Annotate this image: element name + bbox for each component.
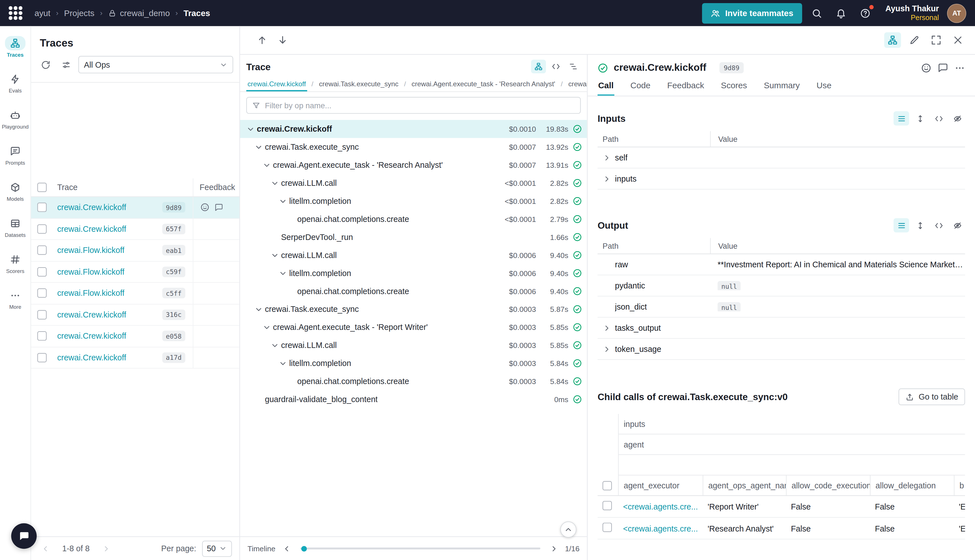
trace-link[interactable]: crewai.Crew.kickoff (57, 331, 126, 341)
trace-row[interactable]: crewai.Flow.kickoffc59f (31, 262, 239, 283)
rows-view-button[interactable] (893, 112, 909, 126)
trace-row[interactable]: crewai.Flow.kickoffeab1 (31, 240, 239, 262)
trace-tree-node[interactable]: SerperDevTool._run1.66s (240, 228, 587, 246)
timeline-next-button[interactable] (548, 542, 560, 555)
edit-call-button[interactable] (906, 32, 923, 48)
select-all-checkbox[interactable] (37, 183, 47, 192)
call-path-tab[interactable]: crewai.Agent.execute_task - 'Research An… (410, 76, 556, 92)
row-checkbox[interactable] (37, 203, 47, 212)
rows-view-button[interactable] (893, 218, 909, 233)
invite-teammates-button[interactable]: Invite teammates (702, 3, 802, 23)
trace-link[interactable]: crewai.Flow.kickoff (57, 246, 124, 255)
sidebar-item-scorers[interactable]: Scorers (0, 252, 30, 274)
go-to-table-button[interactable]: Go to table (899, 388, 965, 405)
sidebar-item-prompts[interactable]: Prompts (0, 144, 30, 166)
sidebar-item-traces[interactable]: Traces (0, 36, 30, 58)
user-menu[interactable]: Ayush Thakur Personal (885, 4, 939, 22)
row-checkbox[interactable] (37, 353, 47, 362)
call-path-tab[interactable]: crewai.LLM.call (567, 76, 587, 92)
filter-settings-button[interactable] (58, 57, 74, 73)
wandb-logo[interactable] (9, 7, 22, 20)
trace-tree-node[interactable]: crewai.Agent.execute_task - 'Report Writ… (240, 318, 587, 336)
refresh-button[interactable] (37, 57, 53, 73)
row-checkbox[interactable] (37, 224, 47, 233)
toggle-tree-view-button[interactable] (884, 32, 901, 48)
call-path-tab[interactable]: crewai.Task.execute_sync (318, 76, 399, 92)
call-path-tab[interactable]: crewai.Crew.kickoff (246, 76, 307, 92)
trace-row[interactable]: crewai.Crew.kickoffe058 (31, 326, 239, 347)
tab-feedback[interactable]: Feedback (667, 78, 705, 96)
child-call-row[interactable]: <crewai.agents.cre...'Research Analyst'F… (598, 518, 965, 539)
sidebar-item-playground[interactable]: Playground (0, 108, 30, 130)
unfold-view-button[interactable] (912, 112, 928, 126)
eye-off-view-button[interactable] (950, 112, 965, 126)
child-call-link[interactable]: <crewai.agents.cre... (623, 502, 698, 511)
row-checkbox[interactable] (603, 523, 612, 532)
trace-row[interactable]: crewai.Crew.kickoff9d89 (31, 197, 239, 218)
unfold-view-button[interactable] (912, 218, 928, 233)
chevron-right-icon[interactable] (603, 323, 611, 332)
chevron-down-icon[interactable] (270, 251, 279, 259)
tab-use[interactable]: Use (816, 78, 832, 96)
notifications-button[interactable] (832, 4, 851, 22)
trace-tree-node[interactable]: guardrail-validate_blog_content0ms (240, 390, 587, 408)
breadcrumb-item[interactable]: Projects (64, 8, 95, 18)
fullscreen-button[interactable] (928, 32, 945, 48)
child-column-header[interactable]: b (954, 475, 965, 495)
chat-widget-button[interactable] (11, 523, 37, 549)
sidebar-item-more[interactable]: More (0, 288, 30, 310)
trace-row[interactable]: crewai.Crew.kickoff657f (31, 218, 239, 240)
select-all-checkbox[interactable] (603, 481, 612, 490)
ops-filter-select[interactable]: All Ops (78, 56, 233, 73)
row-checkbox[interactable] (603, 501, 612, 510)
chevron-down-icon[interactable] (246, 125, 255, 133)
sidebar-item-models[interactable]: Models (0, 180, 30, 202)
trace-tree-node[interactable]: litellm.completion<$0.00012.82s (240, 192, 587, 210)
trace-link[interactable]: crewai.Crew.kickoff (57, 224, 126, 233)
chevron-down-icon[interactable] (254, 305, 263, 313)
trace-link[interactable]: crewai.Crew.kickoff (57, 203, 126, 212)
code-view-button[interactable] (931, 218, 947, 233)
tab-summary[interactable]: Summary (763, 78, 800, 96)
add-reaction-button[interactable] (921, 63, 931, 73)
op-filter-field[interactable] (246, 97, 581, 114)
tab-code[interactable]: Code (630, 78, 651, 96)
child-column-header[interactable]: agent_executor (618, 475, 703, 495)
trace-link[interactable]: crewai.Crew.kickoff (57, 353, 126, 362)
trace-row[interactable]: crewai.Flow.kickoffc5ff (31, 283, 239, 304)
row-checkbox[interactable] (37, 246, 47, 255)
help-button[interactable] (856, 4, 875, 22)
op-filter-input[interactable] (265, 101, 575, 110)
child-call-link[interactable]: <crewai.agents.cre... (623, 523, 698, 533)
chevron-down-icon[interactable] (262, 323, 271, 332)
timeline-prev-button[interactable] (280, 542, 293, 555)
eye-off-view-button[interactable] (950, 218, 965, 233)
chevron-right-icon[interactable] (603, 174, 611, 183)
tab-call[interactable]: Call (598, 78, 614, 96)
row-checkbox[interactable] (37, 288, 47, 298)
breadcrumb-item[interactable]: Traces (184, 8, 210, 18)
trace-link[interactable]: crewai.Flow.kickoff (57, 288, 124, 298)
trace-tree-node[interactable]: litellm.completion$0.00069.40s (240, 264, 587, 282)
chevron-down-icon[interactable] (279, 197, 287, 205)
prev-page-button[interactable] (38, 542, 52, 555)
breadcrumb-item[interactable]: crewai_demo (120, 8, 170, 18)
chevron-down-icon[interactable] (279, 359, 287, 368)
chevron-down-icon[interactable] (270, 179, 279, 188)
code-view-button[interactable] (931, 112, 947, 126)
row-checkbox[interactable] (37, 310, 47, 319)
previous-call-button[interactable] (254, 32, 270, 48)
trace-tree-node[interactable]: crewai.LLM.call$0.00035.85s (240, 336, 587, 354)
chevron-down-icon[interactable] (279, 269, 287, 277)
trace-tree-node[interactable]: openai.chat.completions.create$0.00069.4… (240, 282, 587, 300)
child-call-row[interactable]: <crewai.agents.cre...'Report Writer'Fals… (598, 496, 965, 518)
chevron-right-icon[interactable] (603, 345, 611, 353)
trace-tree-node[interactable]: crewai.Task.execute_sync$0.000713.92s (240, 138, 587, 156)
breadcrumb-item[interactable]: ayut (34, 8, 50, 18)
chevron-down-icon[interactable] (270, 341, 279, 350)
timeline-slider-handle[interactable] (301, 546, 307, 551)
next-call-button[interactable] (274, 32, 291, 48)
trace-link[interactable]: crewai.Flow.kickoff (57, 267, 124, 276)
bars-view-button[interactable] (566, 60, 581, 73)
tab-scores[interactable]: Scores (720, 78, 748, 96)
